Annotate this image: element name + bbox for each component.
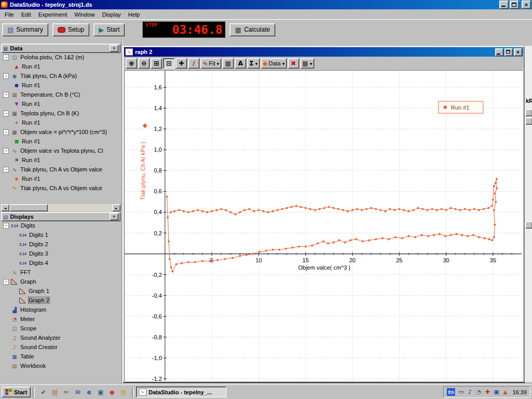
menu-experiment[interactable]: Experiment <box>35 10 71 19</box>
scroll-left-button[interactable]: ◄ <box>1 204 9 211</box>
display-item-digits-2[interactable]: 3.14Digits 2 <box>1 240 121 249</box>
mail-icon[interactable]: ✉ <box>73 388 82 396</box>
menu-display[interactable]: Display <box>98 10 124 19</box>
setup-button[interactable]: Setup <box>52 23 89 36</box>
dropdown-arrow-icon[interactable]: ▼ <box>255 62 258 65</box>
zoom-in-button[interactable]: ⊕ <box>126 58 137 69</box>
background-mini-button[interactable] <box>525 221 532 229</box>
tree-expander-icon[interactable]: − <box>3 92 9 98</box>
tree-expander-icon[interactable]: − <box>3 73 9 79</box>
slope-tool-button[interactable]: ∕ <box>188 58 200 69</box>
run-item[interactable]: ◆Run #1 <box>1 174 121 183</box>
summary-button[interactable]: ▤ Summary <box>2 23 48 36</box>
menu-window[interactable]: Window <box>71 10 98 19</box>
display-item-scope[interactable]: ◫Scope <box>1 324 121 333</box>
display-item-meter[interactable]: ◔Meter <box>1 314 121 324</box>
desktop-icon[interactable]: ▣ <box>96 388 105 396</box>
scheduler-icon[interactable]: ◔ <box>475 389 482 395</box>
tree-expander-icon[interactable]: − <box>3 111 9 116</box>
folder-icon[interactable]: ▧ <box>119 388 128 396</box>
data-source-item[interactable]: −◉Tlak plynu, Ch A (kPa) <box>1 71 121 81</box>
volume-icon[interactable]: ♪ <box>466 389 473 395</box>
antivirus-icon[interactable]: ✚ <box>484 389 491 395</box>
delete-button[interactable]: ✖ <box>288 58 299 69</box>
start-button-toolbar[interactable]: ▶ Start <box>94 23 125 36</box>
smart-tool-button[interactable]: ✚ <box>176 58 187 69</box>
background-window-sliver[interactable]: kR <box>524 46 532 382</box>
monitor-icon[interactable]: ▣ <box>493 389 500 395</box>
calculator-button[interactable]: ▦ <box>222 58 234 69</box>
start-button[interactable]: Start <box>2 387 31 397</box>
keyboard-icon[interactable]: ▭ <box>457 389 464 395</box>
close-button[interactable]: × <box>522 1 531 9</box>
display-item-table[interactable]: ▦Table <box>1 352 121 361</box>
graph-minimize-button[interactable] <box>495 48 503 56</box>
run-item[interactable]: +Run #1 <box>1 118 121 127</box>
cut-icon[interactable]: ✂ <box>62 388 71 396</box>
display-item-histogram[interactable]: ▟Histogram <box>1 305 121 314</box>
tree-expander-icon[interactable]: − <box>3 223 9 229</box>
run-item[interactable]: ✖Run #1 <box>1 155 121 165</box>
calculate-button[interactable]: ▦ Calculate <box>230 23 275 36</box>
fit-button[interactable]: ∿Fit▼ <box>201 58 221 69</box>
data-source-item[interactable]: −∿Tlak plynu, Ch A vs Objem valce <box>1 165 121 174</box>
menu-file[interactable]: File <box>1 10 18 19</box>
data-source-item[interactable]: −▦Teplota plynu, Ch B (K) <box>1 109 121 118</box>
menu-help[interactable]: Help <box>125 10 144 19</box>
dropdown-arrow-icon[interactable]: ▼ <box>282 62 285 65</box>
tree-expander-icon[interactable]: − <box>3 167 9 172</box>
display-item-workbook[interactable]: ▤Workbook <box>1 361 121 370</box>
background-mini-button[interactable] <box>525 109 532 116</box>
graph-close-button[interactable]: × <box>514 48 522 56</box>
data-source-item[interactable]: −▨Temperature, Ch B (°C) <box>1 90 121 99</box>
language-indicator[interactable]: En <box>447 388 455 396</box>
run-item[interactable]: ■Run #1 <box>1 137 121 146</box>
tree-expander-icon[interactable]: − <box>3 55 9 60</box>
tree-expander-icon[interactable]: − <box>3 148 9 154</box>
display-item-graph[interactable]: −Graph <box>1 277 121 286</box>
display-item-graph-1[interactable]: Graph 1 <box>1 286 121 296</box>
maximize-button[interactable] <box>510 1 519 9</box>
data-source-item[interactable]: ✎Tlak plynu, Ch A vs Objem valce <box>1 183 121 193</box>
graph-window-titlebar[interactable]: ∿ raph 2 × <box>124 47 523 57</box>
data-panel-collapse-button[interactable]: ▼ <box>110 45 118 52</box>
dropdown-arrow-icon[interactable]: ▼ <box>217 62 219 65</box>
scroll-thumb[interactable] <box>9 204 48 211</box>
scroll-track[interactable] <box>48 204 112 211</box>
browser-icon[interactable]: e <box>85 388 94 396</box>
settings-button[interactable]: ▩▼ <box>300 58 314 69</box>
run-item[interactable]: ▲Run #1 <box>1 62 121 71</box>
menu-edit[interactable]: Edit <box>18 10 35 19</box>
scroll-right-button[interactable]: ► <box>112 204 121 211</box>
background-mini-button[interactable] <box>525 117 532 125</box>
tree-expander-icon[interactable]: − <box>3 129 9 135</box>
display-item-digits-4[interactable]: 3.14Digits 4 <box>1 258 121 268</box>
display-item-digits-1[interactable]: 3.14Digits 1 <box>1 230 121 240</box>
statistics-button[interactable]: Σ▼ <box>247 58 260 69</box>
scale-to-fit-button[interactable]: ⊡ <box>163 58 175 69</box>
accept-icon[interactable]: ✔ <box>39 388 48 396</box>
displays-panel-collapse-button[interactable]: ▼ <box>110 213 118 220</box>
display-item-graph-2[interactable]: Graph 2 <box>1 296 121 305</box>
run-item[interactable]: ●Run #1 <box>1 81 121 90</box>
zoom-select-button[interactable]: ⊞ <box>151 58 162 69</box>
zoom-out-button[interactable]: ⊖ <box>138 58 150 69</box>
data-button[interactable]: ◆Data▼ <box>261 58 287 69</box>
tree-expander-icon[interactable]: − <box>3 279 9 285</box>
dropdown-arrow-icon[interactable]: ▼ <box>310 62 312 65</box>
shield-icon[interactable]: ▲ <box>501 389 509 395</box>
display-item-digits[interactable]: −3.14Digits <box>1 221 121 230</box>
graph-maximize-button[interactable] <box>504 48 513 56</box>
data-horizontal-scrollbar[interactable]: ◄ ► <box>1 204 121 211</box>
display-item-sound-creator[interactable]: ♪Sound Creator <box>1 342 121 352</box>
display-item-sound-analyzer[interactable]: ♫Sound Analyzer <box>1 333 121 342</box>
display-item-fft[interactable]: ∿FFT <box>1 268 121 277</box>
minimize-button[interactable] <box>499 1 509 9</box>
display-item-digits-3[interactable]: 3.14Digits 3 <box>1 249 121 258</box>
data-source-item[interactable]: −▦Objem valce = pi*r*r*y*100 (cm^3) <box>1 127 121 137</box>
data-source-item[interactable]: −◫Poloha pistu, Ch 1&2 (m) <box>1 52 121 62</box>
taskbar-task-datastudio[interactable]: ∿ DataStudio - tepelny_... <box>136 387 227 397</box>
run-item[interactable]: ▼Run #1 <box>1 99 121 109</box>
media-icon[interactable]: ◉ <box>108 388 116 396</box>
notes-icon[interactable]: ▤ <box>50 388 59 396</box>
